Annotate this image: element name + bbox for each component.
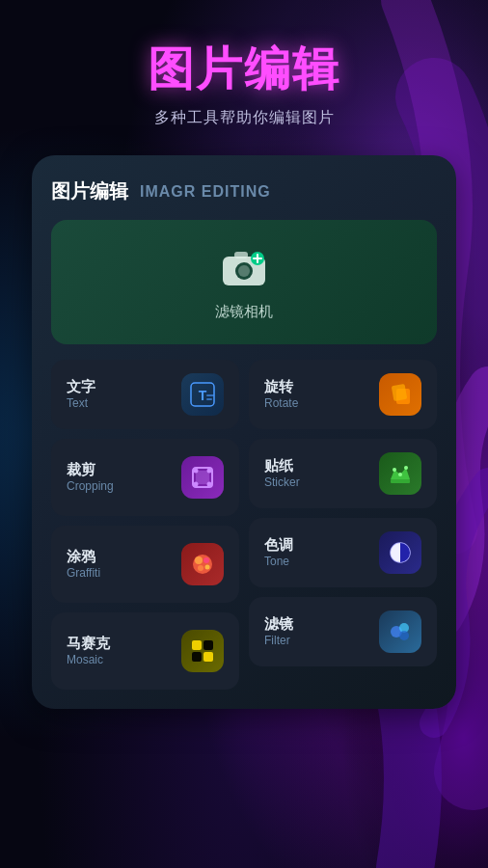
svg-point-33 — [393, 468, 396, 472]
svg-rect-30 — [392, 384, 408, 401]
svg-point-39 — [399, 631, 409, 640]
svg-point-16 — [194, 469, 199, 474]
svg-rect-6 — [234, 252, 248, 258]
tools-layout: 文字 Text T 裁剪 — [51, 360, 437, 690]
tool-text-label: 文字 Text — [67, 377, 95, 411]
page-title: 图片编辑 — [148, 39, 340, 100]
rotate-icon — [379, 373, 421, 416]
filter-icon — [379, 610, 421, 653]
main-card: 图片编辑 IMAGR EDITING 滤镜相机 — [32, 155, 456, 709]
tool-mosaic-label: 马赛克 Mosaic — [67, 634, 110, 667]
camera-label: 滤镜相机 — [215, 303, 273, 321]
tool-mosaic[interactable]: 马赛克 Mosaic — [51, 612, 239, 690]
tool-filter[interactable]: 滤镜 Filter — [249, 597, 437, 666]
svg-point-19 — [207, 482, 212, 487]
svg-point-18 — [194, 482, 199, 487]
left-column: 文字 Text T 裁剪 — [51, 360, 239, 690]
card-header: 图片编辑 IMAGR EDITING — [51, 178, 437, 204]
tool-rotate[interactable]: 旋转 Rotate — [249, 360, 437, 429]
svg-point-35 — [398, 473, 402, 476]
svg-rect-13 — [206, 398, 212, 400]
tool-crop[interactable]: 裁剪 Cropping — [51, 439, 239, 516]
tool-filter-label: 滤镜 Filter — [264, 614, 293, 648]
camera-button[interactable]: 滤镜相机 — [51, 220, 437, 344]
svg-point-23 — [198, 565, 203, 571]
right-column: 旋转 Rotate 贴纸 Sticker — [249, 360, 437, 690]
tool-tone-label: 色调 Tone — [264, 535, 293, 569]
svg-point-22 — [203, 557, 209, 563]
svg-point-21 — [195, 556, 203, 564]
tool-tone[interactable]: 色调 Tone — [249, 518, 437, 587]
tool-rotate-label: 旋转 Rotate — [264, 377, 298, 411]
svg-text:T: T — [199, 388, 207, 403]
page-subtitle: 多种工具帮助你编辑图片 — [154, 108, 335, 128]
camera-icon — [219, 243, 269, 293]
svg-rect-12 — [206, 394, 214, 396]
mosaic-icon — [181, 630, 224, 672]
graffiti-icon — [181, 543, 224, 585]
svg-rect-27 — [192, 652, 202, 662]
svg-rect-28 — [203, 652, 213, 662]
text-icon: T — [181, 373, 224, 416]
svg-point-5 — [238, 265, 250, 277]
tool-graffiti-label: 涂鸦 Graffiti — [67, 547, 100, 581]
sticker-icon — [379, 452, 421, 495]
card-title-cn: 图片编辑 — [51, 178, 128, 204]
svg-rect-15 — [196, 471, 209, 484]
svg-point-17 — [207, 469, 212, 474]
svg-rect-32 — [391, 479, 410, 483]
svg-rect-25 — [192, 640, 202, 650]
svg-point-24 — [205, 565, 210, 570]
crop-icon — [181, 456, 224, 499]
svg-point-20 — [193, 555, 212, 574]
tool-crop-label: 裁剪 Cropping — [67, 460, 114, 494]
tool-sticker[interactable]: 贴纸 Sticker — [249, 439, 437, 508]
card-title-en: IMAGR EDITING — [140, 183, 271, 201]
svg-rect-26 — [203, 640, 213, 650]
tool-graffiti[interactable]: 涂鸦 Graffiti — [51, 526, 239, 603]
svg-point-34 — [404, 466, 408, 470]
tone-icon — [379, 531, 421, 574]
tool-sticker-label: 贴纸 Sticker — [264, 456, 300, 490]
tool-text[interactable]: 文字 Text T — [51, 360, 239, 429]
